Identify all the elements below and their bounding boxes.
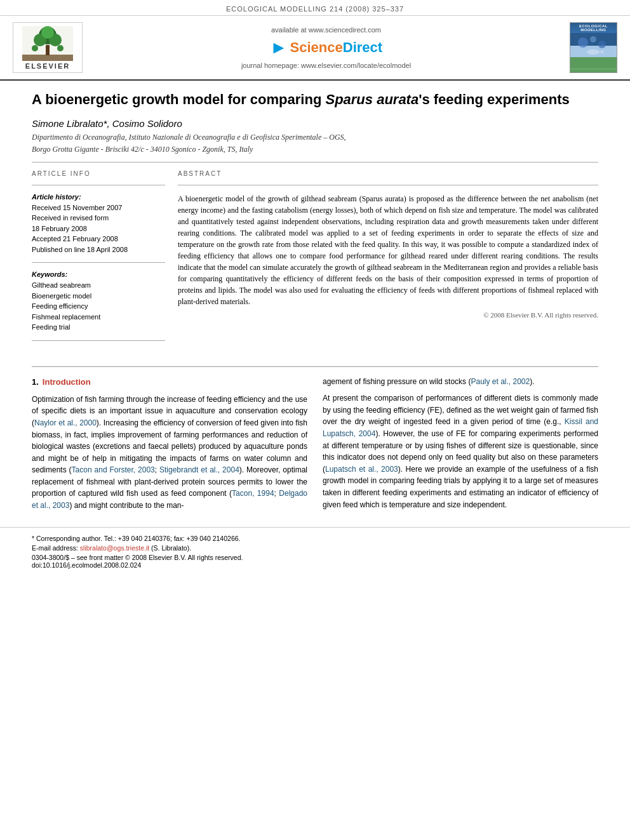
section1-title: Introduction <box>43 377 91 387</box>
svg-point-14 <box>590 36 596 43</box>
keywords-divider <box>32 262 165 263</box>
svg-rect-1 <box>22 55 73 61</box>
sd-arrow-icon: ► <box>270 37 288 58</box>
issn-line: 0304-3800/$ – see front matter © 2008 El… <box>32 554 598 561</box>
ref-kissil[interactable]: Kissil and Lupatsch, 2004 <box>323 417 598 438</box>
svg-point-15 <box>587 50 600 55</box>
svg-rect-2 <box>46 45 50 55</box>
journal-title: ECOLOGICAL MODELLING 214 (2008) 325–337 <box>226 5 404 13</box>
section1-para3: At present the comparison of performance… <box>323 392 598 510</box>
available-text: available at www.sciencedirect.com <box>89 26 563 34</box>
eco-modelling-cover: ECOLOGICALMODELLING <box>570 22 617 73</box>
journal-homepage: journal homepage: www.elsevier.com/locat… <box>89 62 563 69</box>
abstract-divider <box>178 185 598 185</box>
journal-header: ECOLOGICAL MODELLING 214 (2008) 325–337 <box>0 0 630 16</box>
section1-para1: Optimization of fish farming through the… <box>32 394 307 512</box>
article-title: A bioenergetic growth model for comparin… <box>32 91 598 109</box>
email-label: E-mail address: <box>32 544 80 552</box>
section1-number: 1. <box>32 377 39 387</box>
keyword1: Gilthead seabream <box>32 280 165 291</box>
body-two-col: 1.Introduction Optimization of fish farm… <box>0 376 630 517</box>
svg-point-13 <box>598 41 606 48</box>
affiliation-line1: Dipartimento di Oceanografia, Istituto N… <box>32 133 598 142</box>
ref-pauly[interactable]: Pauly et al., 2002 <box>471 377 530 386</box>
svg-point-6 <box>41 26 54 39</box>
left-bottom-divider <box>32 340 165 341</box>
copyright: © 2008 Elsevier B.V. All rights reserved… <box>178 311 598 319</box>
keywords-label: Keywords: <box>32 270 165 278</box>
affiliation-line2: Borgo Grotta Gigante - Brisciki 42/c - 3… <box>32 145 598 154</box>
email-suffix: (S. Libralato). <box>149 544 191 552</box>
title-part1: A bioenergetic growth model for comparin… <box>32 91 325 107</box>
article-info-header: ARTICLE INFO <box>32 170 165 177</box>
article-info-abstract: ARTICLE INFO Article history: Received 1… <box>32 170 598 349</box>
article-divider <box>32 162 598 163</box>
received-date: Received 15 November 2007 <box>32 203 165 213</box>
footnote-area: * Corresponding author. Tel.: +39 040 21… <box>0 527 630 570</box>
corresponding-label: * Corresponding author. Tel.: +39 040 21… <box>32 535 240 542</box>
title-italic: Sparus aurata <box>325 91 419 107</box>
eco-cover-illustration <box>570 33 617 68</box>
abstract-text: A bioenergetic model of the growth of gi… <box>178 193 598 307</box>
elsevier-logo: ELSEVIER <box>13 22 83 73</box>
body-left-col: 1.Introduction Optimization of fish farm… <box>32 376 307 517</box>
elsevier-brand-text: ELSEVIER <box>25 62 70 70</box>
svg-point-12 <box>578 37 588 48</box>
doi-line: doi:10.1016/j.ecolmodel.2008.02.024 <box>32 561 598 569</box>
info-divider <box>32 185 165 185</box>
page-wrapper: ECOLOGICAL MODELLING 214 (2008) 325–337 <box>0 0 630 840</box>
email-address[interactable]: slibralato@ogs.trieste.it <box>80 544 149 552</box>
received-revised-label: Received in revised form <box>32 213 165 223</box>
svg-point-8 <box>57 45 64 51</box>
title-part2: 's feeding experiments <box>419 91 570 107</box>
email-line: E-mail address: slibralato@ogs.trieste.i… <box>32 543 598 554</box>
svg-rect-11 <box>570 57 617 68</box>
abstract-col: ABSTRACT A bioenergetic model of the gro… <box>178 170 598 349</box>
article-history: Article history: Received 15 November 20… <box>32 193 165 255</box>
ref-tacon-forster[interactable]: Tacon and Forster, 2003 <box>72 465 155 474</box>
section1-para2: agement of fishing pressure on wild stoc… <box>323 376 598 388</box>
elsevier-tree-svg <box>22 26 73 61</box>
accepted-date: Accepted 21 February 2008 <box>32 234 165 244</box>
sciencedirect-logo: ► ScienceDirect <box>89 37 563 58</box>
abstract-header: ABSTRACT <box>178 170 598 177</box>
keyword3: Feeding efficiency <box>32 301 165 312</box>
ref-naylor[interactable]: Naylor et al., 2000 <box>34 418 97 427</box>
article-content: A bioenergetic growth model for comparin… <box>0 81 630 366</box>
ref-stigebrandt[interactable]: Stigebrandt et al., 2004 <box>159 465 239 474</box>
received-revised-date: 18 February 2008 <box>32 223 165 234</box>
sd-text: ScienceDirect <box>290 39 383 56</box>
keywords-section: Keywords: Gilthead seabream Bioenergetic… <box>32 270 165 333</box>
svg-point-7 <box>32 45 38 51</box>
body-right-col: agement of fishing pressure on wild stoc… <box>323 376 598 517</box>
authors: Simone Libralato*, Cosimo Solidoro <box>32 118 598 129</box>
corresponding-author: * Corresponding author. Tel.: +39 040 21… <box>32 534 598 544</box>
keyword2: Bioenergetic model <box>32 291 165 302</box>
article-info-col: ARTICLE INFO Article history: Received 1… <box>32 170 165 349</box>
ref-tacon1994[interactable]: Tacon, 1994 <box>232 489 274 498</box>
banner-center: available at www.sciencedirect.com ► Sci… <box>89 26 563 69</box>
ref-lupatsch[interactable]: Lupatsch et al., 2003 <box>325 465 398 474</box>
body-divider <box>32 366 598 367</box>
published-date: Published on line 18 April 2008 <box>32 244 165 255</box>
eco-cover-title: ECOLOGICALMODELLING <box>578 23 609 33</box>
keyword4: Fishmeal replacement <box>32 312 165 323</box>
history-label: Article history: <box>32 193 165 201</box>
keyword5: Feeding trial <box>32 322 165 333</box>
section1-heading: 1.Introduction <box>32 376 307 389</box>
banner: ELSEVIER available at www.sciencedirect.… <box>0 16 630 81</box>
